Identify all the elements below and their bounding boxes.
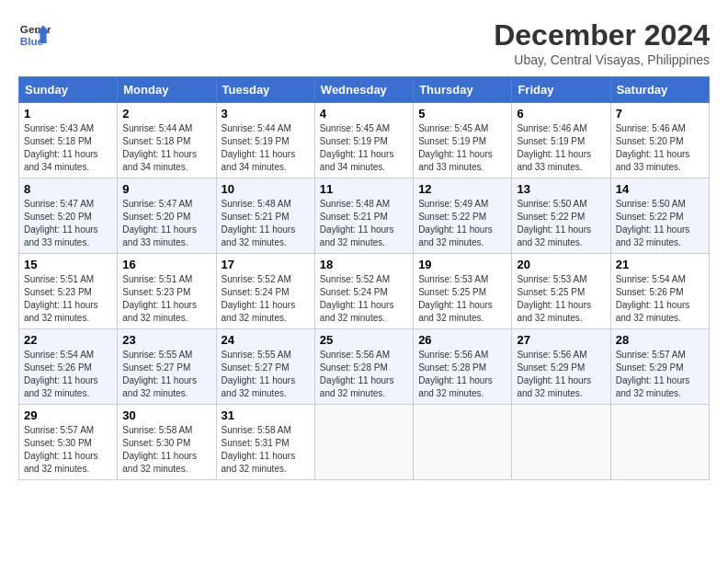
day-number: 22	[24, 333, 112, 347]
day-number: 21	[616, 258, 704, 271]
table-cell: 23Sunrise: 5:55 AM Sunset: 5:27 PM Dayli…	[118, 329, 216, 405]
table-cell: 2Sunrise: 5:44 AM Sunset: 5:18 PM Daylig…	[118, 103, 216, 178]
day-number: 2	[122, 107, 210, 121]
table-cell: 31Sunrise: 5:58 AM Sunset: 5:31 PM Dayli…	[216, 405, 314, 480]
logo: General Blue	[18, 18, 55, 52]
table-cell: 19Sunrise: 5:53 AM Sunset: 5:25 PM Dayli…	[414, 254, 512, 329]
table-cell: 25Sunrise: 5:56 AM Sunset: 5:28 PM Dayli…	[314, 329, 413, 405]
table-cell: 24Sunrise: 5:55 AM Sunset: 5:27 PM Dayli…	[216, 329, 314, 405]
day-info: Sunrise: 5:45 AM Sunset: 5:19 PM Dayligh…	[320, 122, 408, 174]
day-info: Sunrise: 5:52 AM Sunset: 5:24 PM Dayligh…	[320, 273, 408, 325]
day-number: 13	[517, 182, 605, 196]
day-info: Sunrise: 5:56 AM Sunset: 5:29 PM Dayligh…	[517, 349, 605, 400]
header: General Blue December 2024 Ubay, Central…	[18, 18, 710, 67]
col-sunday: Sunday	[19, 77, 118, 103]
day-info: Sunrise: 5:56 AM Sunset: 5:28 PM Dayligh…	[320, 349, 408, 400]
table-row: 22Sunrise: 5:54 AM Sunset: 5:26 PM Dayli…	[19, 329, 710, 405]
table-cell: 6Sunrise: 5:46 AM Sunset: 5:19 PM Daylig…	[512, 103, 610, 178]
day-info: Sunrise: 5:51 AM Sunset: 5:23 PM Dayligh…	[122, 273, 210, 325]
day-info: Sunrise: 5:53 AM Sunset: 5:25 PM Dayligh…	[418, 273, 506, 325]
day-info: Sunrise: 5:44 AM Sunset: 5:18 PM Dayligh…	[122, 122, 210, 174]
day-info: Sunrise: 5:43 AM Sunset: 5:18 PM Dayligh…	[24, 122, 112, 174]
day-number: 25	[320, 333, 408, 347]
day-number: 11	[320, 182, 408, 196]
day-info: Sunrise: 5:54 AM Sunset: 5:26 PM Dayligh…	[24, 349, 112, 400]
day-number: 28	[616, 333, 704, 347]
col-wednesday: Wednesday	[314, 77, 413, 103]
day-info: Sunrise: 5:46 AM Sunset: 5:20 PM Dayligh…	[616, 122, 704, 174]
table-cell: 20Sunrise: 5:53 AM Sunset: 5:25 PM Dayli…	[512, 254, 610, 329]
table-cell: 16Sunrise: 5:51 AM Sunset: 5:23 PM Dayli…	[118, 254, 216, 329]
day-number: 6	[517, 107, 605, 121]
day-info: Sunrise: 5:52 AM Sunset: 5:24 PM Dayligh…	[222, 273, 310, 325]
day-number: 19	[418, 258, 506, 271]
day-number: 1	[24, 107, 112, 121]
table-cell	[512, 405, 610, 480]
day-info: Sunrise: 5:57 AM Sunset: 5:30 PM Dayligh…	[24, 424, 112, 476]
table-cell: 27Sunrise: 5:56 AM Sunset: 5:29 PM Dayli…	[512, 329, 610, 405]
day-info: Sunrise: 5:49 AM Sunset: 5:22 PM Dayligh…	[418, 198, 506, 249]
table-cell: 22Sunrise: 5:54 AM Sunset: 5:26 PM Dayli…	[19, 329, 118, 405]
table-row: 29Sunrise: 5:57 AM Sunset: 5:30 PM Dayli…	[19, 405, 710, 480]
day-number: 10	[222, 182, 310, 196]
table-row: 8Sunrise: 5:47 AM Sunset: 5:20 PM Daylig…	[19, 178, 710, 254]
day-info: Sunrise: 5:48 AM Sunset: 5:21 PM Dayligh…	[222, 198, 310, 249]
day-number: 31	[222, 408, 310, 422]
day-info: Sunrise: 5:45 AM Sunset: 5:19 PM Dayligh…	[418, 122, 506, 174]
header-row: Sunday Monday Tuesday Wednesday Thursday…	[19, 77, 710, 103]
day-info: Sunrise: 5:57 AM Sunset: 5:29 PM Dayligh…	[616, 349, 704, 400]
day-number: 27	[517, 333, 605, 347]
day-number: 26	[418, 333, 506, 347]
day-info: Sunrise: 5:56 AM Sunset: 5:28 PM Dayligh…	[418, 349, 506, 400]
location-subtitle: Ubay, Central Visayas, Philippines	[494, 52, 710, 67]
col-monday: Monday	[118, 77, 216, 103]
day-info: Sunrise: 5:55 AM Sunset: 5:27 PM Dayligh…	[222, 349, 310, 400]
table-cell: 18Sunrise: 5:52 AM Sunset: 5:24 PM Dayli…	[314, 254, 413, 329]
day-number: 17	[222, 258, 310, 271]
day-info: Sunrise: 5:50 AM Sunset: 5:22 PM Dayligh…	[616, 198, 704, 249]
day-info: Sunrise: 5:47 AM Sunset: 5:20 PM Dayligh…	[122, 198, 210, 249]
day-info: Sunrise: 5:58 AM Sunset: 5:31 PM Dayligh…	[222, 424, 310, 476]
table-cell	[414, 405, 512, 480]
day-info: Sunrise: 5:58 AM Sunset: 5:30 PM Dayligh…	[122, 424, 210, 476]
col-saturday: Saturday	[610, 77, 709, 103]
table-cell: 9Sunrise: 5:47 AM Sunset: 5:20 PM Daylig…	[118, 178, 216, 254]
day-number: 12	[418, 182, 506, 196]
day-number: 9	[122, 182, 210, 196]
table-cell: 8Sunrise: 5:47 AM Sunset: 5:20 PM Daylig…	[19, 178, 118, 254]
day-number: 20	[517, 258, 605, 271]
day-number: 29	[24, 408, 112, 422]
day-number: 15	[24, 258, 112, 271]
table-cell: 14Sunrise: 5:50 AM Sunset: 5:22 PM Dayli…	[610, 178, 709, 254]
day-number: 4	[320, 107, 408, 121]
day-number: 16	[122, 258, 210, 271]
day-number: 5	[418, 107, 506, 121]
day-number: 3	[222, 107, 310, 121]
table-cell: 26Sunrise: 5:56 AM Sunset: 5:28 PM Dayli…	[414, 329, 512, 405]
table-cell: 1Sunrise: 5:43 AM Sunset: 5:18 PM Daylig…	[19, 103, 118, 178]
table-cell: 11Sunrise: 5:48 AM Sunset: 5:21 PM Dayli…	[314, 178, 413, 254]
day-number: 23	[122, 333, 210, 347]
table-cell: 30Sunrise: 5:58 AM Sunset: 5:30 PM Dayli…	[118, 405, 216, 480]
title-area: December 2024 Ubay, Central Visayas, Phi…	[494, 18, 710, 67]
table-cell: 7Sunrise: 5:46 AM Sunset: 5:20 PM Daylig…	[610, 103, 709, 178]
day-info: Sunrise: 5:44 AM Sunset: 5:19 PM Dayligh…	[222, 122, 310, 174]
day-number: 30	[122, 408, 210, 422]
table-cell	[610, 405, 709, 480]
col-friday: Friday	[512, 77, 610, 103]
table-cell: 3Sunrise: 5:44 AM Sunset: 5:19 PM Daylig…	[216, 103, 314, 178]
table-cell: 4Sunrise: 5:45 AM Sunset: 5:19 PM Daylig…	[314, 103, 413, 178]
col-thursday: Thursday	[414, 77, 512, 103]
table-cell: 15Sunrise: 5:51 AM Sunset: 5:23 PM Dayli…	[19, 254, 118, 329]
day-info: Sunrise: 5:51 AM Sunset: 5:23 PM Dayligh…	[24, 273, 112, 325]
table-cell: 17Sunrise: 5:52 AM Sunset: 5:24 PM Dayli…	[216, 254, 314, 329]
day-info: Sunrise: 5:53 AM Sunset: 5:25 PM Dayligh…	[517, 273, 605, 325]
table-row: 1Sunrise: 5:43 AM Sunset: 5:18 PM Daylig…	[19, 103, 710, 178]
table-cell: 13Sunrise: 5:50 AM Sunset: 5:22 PM Dayli…	[512, 178, 610, 254]
svg-text:General: General	[20, 23, 51, 35]
calendar-table: Sunday Monday Tuesday Wednesday Thursday…	[18, 76, 710, 480]
table-cell: 12Sunrise: 5:49 AM Sunset: 5:22 PM Dayli…	[414, 178, 512, 254]
day-info: Sunrise: 5:55 AM Sunset: 5:27 PM Dayligh…	[122, 349, 210, 400]
logo-icon: General Blue	[18, 18, 51, 52]
table-cell: 28Sunrise: 5:57 AM Sunset: 5:29 PM Dayli…	[610, 329, 709, 405]
